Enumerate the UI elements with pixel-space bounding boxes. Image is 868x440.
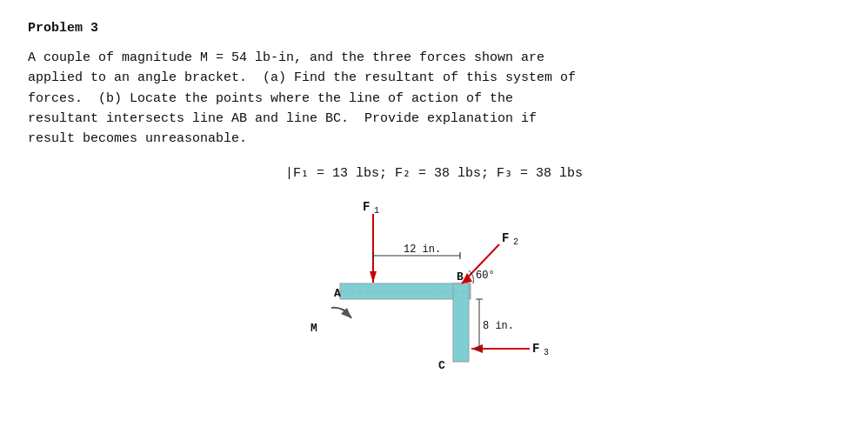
svg-marker-7 xyxy=(370,271,377,283)
svg-text:12 in.: 12 in. xyxy=(404,243,441,256)
svg-text:F: F xyxy=(502,231,509,245)
svg-text:M: M xyxy=(310,322,317,335)
svg-text:F: F xyxy=(532,342,539,356)
svg-text:C: C xyxy=(438,359,445,372)
svg-text:1: 1 xyxy=(374,206,379,216)
svg-text:8 in.: 8 in. xyxy=(483,320,514,332)
diagram-container: A B C F 1 12 in. F 2 xyxy=(28,197,840,388)
svg-text:F: F xyxy=(363,200,370,214)
problem-text: A couple of magnitude M = 54 lb-in, and … xyxy=(28,48,840,149)
svg-text:2: 2 xyxy=(513,237,518,247)
svg-text:3: 3 xyxy=(544,348,549,357)
svg-text:60°: 60° xyxy=(476,270,495,282)
problem-title: Problem 3 xyxy=(28,21,840,36)
svg-text:A: A xyxy=(334,287,341,300)
diagram: A B C F 1 12 in. F 2 xyxy=(286,197,582,388)
forces-line: |F₁ = 13 lbs; F₂ = 38 lbs; F₃ = 38 lbs xyxy=(28,164,840,181)
svg-rect-1 xyxy=(453,283,469,362)
